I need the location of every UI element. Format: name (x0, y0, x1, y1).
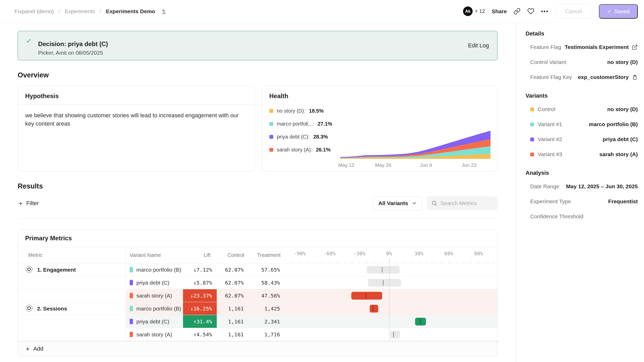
search-metrics-input[interactable] (440, 200, 492, 206)
hypothesis-body: we believe that showing customer stories… (18, 105, 255, 128)
control-value: 1,161 (217, 328, 250, 341)
lift-axis-tick (315, 260, 315, 263)
copy-icon[interactable] (632, 74, 638, 80)
edit-log-link[interactable]: Edit Log (468, 42, 489, 49)
lift-axis-tick (486, 260, 486, 263)
lift-axis-tick (493, 260, 494, 263)
variant-cell: sarah story (A) (126, 328, 183, 341)
metric-cell (18, 328, 126, 341)
more-menu-button[interactable]: ••• (541, 8, 549, 15)
variants-dropdown[interactable]: All Variants (373, 196, 422, 210)
health-title: Health (262, 86, 498, 104)
favorite-heart-icon[interactable] (527, 8, 534, 15)
detail-label: Control Variant (530, 59, 566, 65)
top-actions: Ak + 12 Share ••• Cancel ✓ Saved (463, 4, 638, 19)
lift-axis-tick (330, 260, 330, 263)
lift-axis-tick (471, 260, 471, 263)
variant-color-chip (530, 122, 534, 126)
metric-cell: 2. Sessions (18, 302, 126, 315)
external-link-icon[interactable] (632, 44, 638, 50)
lift-axis-tick (352, 260, 352, 263)
variant-label-text: Variant #2 (538, 136, 562, 142)
copy-link-icon[interactable] (514, 8, 521, 15)
feature-flag-key: exp_customerStory (578, 74, 638, 80)
results-heading: Results (18, 182, 498, 190)
lift-axis-label: 0% (386, 251, 392, 256)
breadcrumb-experiments[interactable]: Experiments (65, 8, 95, 15)
lift-axis-tick (374, 260, 375, 263)
health-chart-axis (340, 159, 491, 159)
analysis-rows: Date Range May 12, 2025 – Jun 30, 2025 E… (526, 179, 638, 224)
analysis-row-date-range: Date Range May 12, 2025 – Jun 30, 2025 (526, 179, 638, 194)
breadcrumb-project[interactable]: Fixpanel {demo} (15, 8, 54, 15)
column-treatment: Treatment (250, 252, 287, 258)
variants-dropdown-label: All Variants (379, 200, 408, 206)
experiments-page: Fixpanel {demo} / Experiments / Experime… (0, 0, 644, 362)
variant-label: Variant #1 (530, 121, 562, 127)
variant-name: sarah story (A) (136, 293, 172, 299)
variant-label-text: Control (538, 106, 555, 112)
zero-reference-line (389, 263, 389, 341)
legend-color-chip (269, 148, 273, 152)
lift-axis-tick (307, 260, 307, 263)
legend-value: 27.1% (318, 121, 332, 127)
decision-banner: ✓ Decision: priya debt (C) Picker, Amit … (18, 31, 498, 60)
lift-axis-tick (367, 260, 367, 263)
add-metric-button[interactable]: + Add (18, 341, 497, 356)
legend-label: marco portfoli...: (277, 121, 314, 127)
confidence-interval-bar (351, 292, 382, 300)
details-sidebar: Details Feature Flag Testimonials Experi… (516, 23, 644, 362)
feature-flag-link[interactable]: Testimonials Experiment (565, 44, 638, 50)
table-row[interactable]: sarah story (A) ↑4.54% 1,161 1,716 (18, 328, 497, 341)
lift-value: ↓16.25% (183, 302, 217, 315)
table-row[interactable]: 2. Sessions marco portfolio (B) ↓16.25% … (18, 302, 497, 315)
variant-row-2: Variant #2 priya debt (C) (526, 132, 638, 147)
x-axis-label: Jun 23 (462, 162, 477, 168)
x-axis-tick (340, 159, 340, 161)
primary-metrics-card: Primary Metrics Metric Variant Name Lift… (18, 229, 498, 356)
confidence-interval-bar (367, 266, 400, 274)
variant-name: marco portfolio (B) (136, 306, 181, 312)
table-row[interactable]: priya debt (C) ↓5.87% 62.07% 58.43% (18, 276, 497, 289)
lift-axis-tick (300, 260, 300, 263)
search-metrics-box (427, 196, 498, 210)
confidence-interval-bar (368, 279, 401, 287)
collaborators[interactable]: Ak + 12 (463, 6, 485, 16)
treatment-value: 47.56% (250, 289, 287, 302)
confidence-interval-bar (390, 331, 400, 338)
add-filter-button[interactable]: + Filter (18, 200, 39, 207)
table-row[interactable]: priya debt (C) ↑31.4% 1,161 2,341 (18, 315, 497, 328)
analysis-label: Experiment Type (530, 198, 571, 205)
legend-value: 26.1% (316, 147, 331, 153)
breadcrumb-current: Experiments Demo (106, 8, 155, 15)
share-button[interactable]: Share (492, 8, 507, 15)
variant-color-chip (130, 293, 133, 298)
saved-button[interactable]: ✓ Saved (599, 4, 638, 19)
legend-label: priya debt (C): (277, 134, 310, 140)
lift-point-marker (420, 319, 421, 324)
variant-label-text: Variant #1 (538, 121, 562, 127)
analysis-row-experiment-type: Experiment Type Frequentist (526, 194, 638, 209)
x-axis-label: May 26 (375, 162, 391, 168)
variant-value: marco portfolio (B) (589, 121, 638, 127)
lift-axis-tick (389, 259, 389, 263)
table-row[interactable]: 1. Engagement marco portfolio (B) ↓7.12%… (18, 263, 497, 276)
legend-color-chip (269, 109, 273, 113)
variant-label: Variant #2 (530, 136, 562, 142)
lift-axis-tick (337, 260, 337, 263)
variant-cell: priya debt (C) (126, 315, 183, 328)
avatar[interactable]: Ak (463, 6, 473, 16)
x-axis-tick (426, 159, 426, 161)
column-variant-name: Variant Name (126, 252, 183, 258)
cancel-button[interactable]: Cancel (555, 4, 592, 19)
variant-color-chip (130, 306, 133, 311)
legend-label: no story (D): (277, 108, 305, 114)
legend-value: 18.5% (309, 108, 324, 114)
lift-axis-label: 90% (474, 251, 483, 256)
health-card: Health no story (D): 18.5% marco portfol… (262, 86, 498, 171)
variant-cell: marco portfolio (B) (126, 263, 183, 276)
lift-value: ↑4.54% (183, 328, 217, 341)
variant-row-1: Variant #1 marco portfolio (B) (526, 117, 638, 132)
table-row[interactable]: sarah story (A) ↓23.37% 62.07% 47.56% (18, 289, 497, 302)
lift-axis-tick (292, 260, 292, 263)
